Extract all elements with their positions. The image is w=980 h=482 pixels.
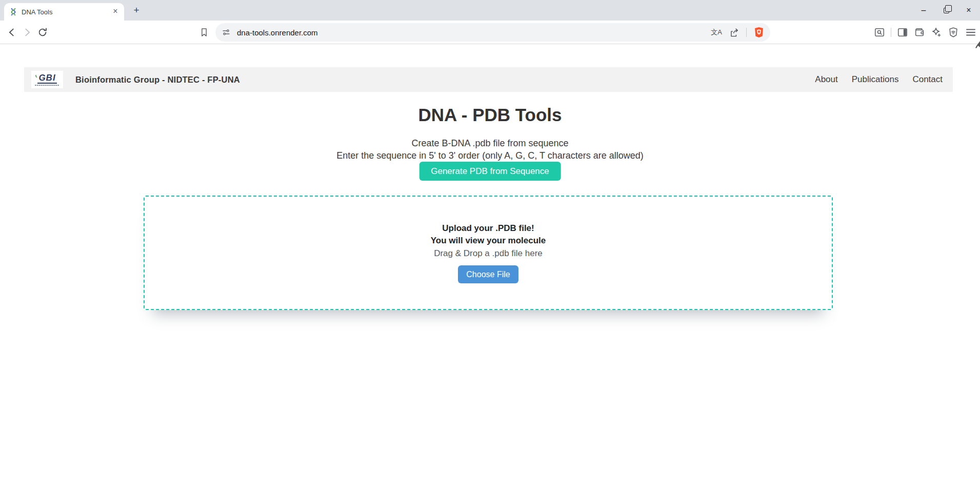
new-tab-button[interactable]: +	[130, 5, 143, 17]
leo-ai-sparkle-icon[interactable]	[931, 27, 942, 38]
menu-hamburger-icon[interactable]	[965, 26, 977, 38]
omnibox-actions: 文A	[711, 27, 764, 38]
window-restore-button[interactable]	[935, 0, 957, 21]
subtitle-line-1: Create B-DNA .pdb file from sequence	[0, 138, 980, 149]
site-settings-icon[interactable]	[222, 28, 231, 37]
dna-favicon-icon	[9, 8, 17, 16]
window-minimize-button[interactable]: –	[912, 0, 935, 21]
subtitle-line-2: Enter the sequence in 5' to 3' order (on…	[0, 150, 980, 161]
site-header: GBI Bioinformatic Group - NIDTEC - FP-UN…	[24, 67, 953, 92]
tab-close-icon[interactable]: ×	[111, 7, 120, 16]
mouse-cursor-artifact	[975, 41, 980, 48]
window-close-button[interactable]: ×	[957, 0, 980, 21]
brave-shield-icon[interactable]	[754, 27, 764, 38]
url-text[interactable]: dna-tools.onrender.com	[237, 28, 711, 37]
brand-title: Bioinformatic Group - NIDTEC - FP-UNA	[75, 75, 240, 85]
tab-title: DNA Tools	[22, 8, 111, 16]
nav-link-contact[interactable]: Contact	[912, 74, 943, 85]
toolbar-right-actions	[874, 21, 977, 44]
browser-tab-strip: DNA Tools × + – ×	[0, 0, 980, 21]
reload-icon[interactable]	[37, 27, 48, 38]
back-icon[interactable]	[6, 27, 17, 38]
nav-link-publications[interactable]: Publications	[852, 74, 899, 85]
upload-heading-1: Upload your .PDB file!	[442, 222, 534, 235]
sidebar-icon[interactable]	[897, 27, 908, 38]
upload-heading-2: You will view your molecule	[431, 235, 546, 247]
generate-pdb-button[interactable]: Generate PDB from Sequence	[419, 162, 561, 181]
translate-icon[interactable]: 文A	[711, 28, 722, 37]
site-nav: About Publications Contact	[815, 74, 946, 85]
page-title: DNA - PDB Tools	[0, 105, 980, 125]
address-bar[interactable]: dna-tools.onrender.com 文A	[215, 23, 770, 42]
logo-text: GBI	[37, 74, 56, 84]
gbi-logo[interactable]: GBI	[31, 71, 63, 88]
window-controls: – ×	[912, 0, 980, 21]
bookmark-icon[interactable]	[199, 27, 209, 37]
share-icon[interactable]	[729, 28, 739, 37]
search-window-icon[interactable]	[874, 27, 885, 38]
browser-tab-dna-tools[interactable]: DNA Tools ×	[4, 3, 124, 21]
vpn-shield-icon[interactable]	[948, 27, 959, 38]
pdb-dropzone[interactable]: Upload your .PDB file! You will view you…	[144, 196, 833, 310]
forward-icon[interactable]	[22, 27, 33, 38]
upload-hint: Drag & Drop a .pdb file here	[434, 247, 543, 260]
page-content: GBI Bioinformatic Group - NIDTEC - FP-UN…	[0, 45, 980, 482]
choose-file-button[interactable]: Choose File	[458, 265, 518, 283]
nav-link-about[interactable]: About	[815, 74, 837, 85]
wallet-icon[interactable]	[914, 27, 925, 38]
toolbar-divider	[891, 28, 891, 37]
omnibox-divider	[746, 28, 747, 37]
restore-icon	[944, 8, 949, 13]
logo-subline	[35, 85, 59, 86]
browser-toolbar: dna-tools.onrender.com 文A	[0, 21, 980, 44]
